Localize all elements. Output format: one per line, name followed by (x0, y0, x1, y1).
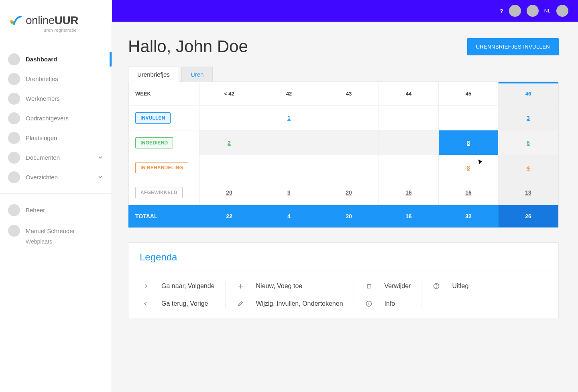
legend-goto: Ga naar, Volgende (141, 282, 215, 290)
sidebar-item-urenbriefjes[interactable]: Urenbriefjes (0, 69, 112, 89)
grid-cell-link[interactable]: 8 (467, 140, 470, 146)
grid-cell[interactable]: 20 (319, 180, 379, 205)
grid-cell-link[interactable]: 6 (527, 140, 530, 146)
grid-cell[interactable]: 3 (499, 106, 558, 130)
grid-row-label: IN BEHANDELING (129, 155, 199, 180)
logo[interactable]: onlineUUR uren regristratie (0, 0, 112, 46)
grid-header-col[interactable]: 46 (499, 82, 558, 106)
grid-cell[interactable]: 20 (199, 180, 259, 205)
avatar (8, 225, 20, 237)
legend-delete: Verwijder (364, 282, 411, 290)
grid-cell-link[interactable]: 3 (287, 189, 291, 196)
legend-back: Ga terug, Vorige (141, 299, 215, 308)
grid-cell (199, 106, 259, 130)
grid-row-label: INGEDIEND (129, 130, 199, 155)
fill-timesheets-button[interactable]: URENNBRIEFJES INVULLEN (467, 38, 559, 55)
grid-cell[interactable]: 6 (499, 130, 558, 155)
sidebar-item-dashboard[interactable]: Dashboard (0, 49, 112, 69)
nav-icon (8, 171, 20, 183)
tabs: Urenbriefjes Uren (128, 67, 559, 82)
grid-cell (379, 106, 439, 130)
grid-total-cell: 4 (259, 205, 319, 227)
grid-cell-link[interactable]: 13 (525, 189, 531, 196)
grid-cell[interactable]: 16 (439, 180, 499, 205)
grid-cell-link[interactable]: 4 (527, 165, 530, 171)
nav-icon (8, 112, 20, 124)
grid-cell (439, 106, 499, 130)
grid-cell-link[interactable]: 16 (405, 189, 412, 196)
grid-cell (319, 130, 379, 155)
nav-icon (8, 93, 20, 105)
plus-icon (236, 282, 245, 290)
logo-text: onlineUUR (26, 14, 78, 27)
legend-new: Nieuw, Voeg toe (236, 282, 343, 290)
grid-cell[interactable]: 2 (199, 130, 259, 155)
legend-title: Legenda (128, 243, 558, 272)
grid-cell-link[interactable]: 20 (346, 189, 352, 196)
question-icon (432, 282, 441, 290)
grid-header-week: WEEK (129, 82, 199, 106)
grid-cell-link[interactable]: 3 (527, 115, 530, 121)
legend-help: Uitleg (432, 282, 468, 290)
tab-urenbriefjes[interactable]: Urenbriefjes (128, 67, 179, 82)
nav-divider (0, 193, 112, 194)
grid-header-col[interactable]: 43 (319, 82, 379, 106)
grid-cell[interactable]: 13 (499, 180, 558, 205)
grid-cell (259, 155, 319, 180)
topbar-action-2[interactable] (527, 5, 539, 17)
trash-icon (364, 282, 373, 290)
grid-cell-link[interactable]: 1 (287, 115, 291, 121)
grid-cell (319, 106, 379, 130)
grid-header-col[interactable]: 42 (259, 82, 319, 106)
timesheet-grid: WEEK< 424243444546INVULLEN13INGEDIEND286… (128, 81, 559, 228)
chevron-down-icon (98, 174, 103, 181)
nav-icon (8, 204, 20, 216)
chevron-right-icon (141, 282, 150, 290)
sidebar-item-plaatsingen[interactable]: Plaatsingen (0, 128, 112, 148)
sidebar-item-overzichten[interactable]: Overzichten (0, 167, 112, 187)
sidebar: onlineUUR uren regristratie Dashboard Ur… (0, 0, 112, 392)
topbar: ? NL (112, 0, 578, 22)
grid-totals-label: TOTAAL (129, 205, 199, 227)
grid-cell-link[interactable]: 8 (467, 165, 470, 171)
legend: Legenda Ga naar, Volgende Ga terug, Vori… (128, 242, 559, 318)
sidebar-item-beheer[interactable]: Beheer (0, 200, 112, 220)
grid-cell (199, 155, 259, 180)
grid-cell[interactable]: 8 (439, 130, 499, 155)
grid-cell (259, 130, 319, 155)
grid-total-cell: 20 (319, 205, 379, 227)
sidebar-item-opdrachtgevers[interactable]: Opdrachtgevers (0, 108, 112, 128)
grid-cell[interactable]: 8 (439, 155, 499, 180)
grid-cell (379, 155, 439, 180)
grid-total-cell: 22 (199, 205, 259, 227)
grid-total-cell: 26 (499, 205, 558, 227)
grid-cell (319, 155, 379, 180)
grid-cell[interactable]: 4 (499, 155, 558, 180)
chevron-down-icon (98, 154, 103, 161)
grid-cell[interactable]: 16 (379, 180, 439, 205)
tab-uren[interactable]: Uren (181, 67, 213, 82)
grid-cell-link[interactable]: 2 (228, 140, 231, 146)
grid-cell[interactable]: 3 (259, 180, 319, 205)
sidebar-user[interactable]: Manuel Schreuder Webplaats (0, 220, 112, 250)
grid-header-col[interactable]: 45 (439, 82, 499, 106)
grid-cell (379, 130, 439, 155)
page-title: Hallo, John Doe (128, 37, 248, 56)
grid-cell-link[interactable]: 16 (465, 189, 472, 196)
nav: Dashboard Urenbriefjes Werknemers Opdrac… (0, 46, 112, 250)
topbar-action-1[interactable] (509, 5, 521, 17)
nav-icon (8, 152, 20, 164)
grid-total-cell: 32 (439, 205, 499, 227)
grid-total-cell: 16 (379, 205, 439, 227)
grid-header-col[interactable]: 44 (379, 82, 439, 106)
help-icon[interactable]: ? (500, 8, 503, 14)
grid-cell-link[interactable]: 20 (226, 189, 232, 196)
sidebar-item-documenten[interactable]: Documenten (0, 148, 112, 167)
grid-cell[interactable]: 1 (259, 106, 319, 130)
logo-tagline: uren regristratie (9, 28, 78, 32)
info-icon (364, 299, 373, 308)
sidebar-item-werknemers[interactable]: Werknemers (0, 89, 112, 108)
grid-header-col[interactable]: < 42 (199, 82, 259, 106)
topbar-avatar[interactable] (556, 5, 568, 17)
language-switch[interactable]: NL (544, 8, 551, 14)
